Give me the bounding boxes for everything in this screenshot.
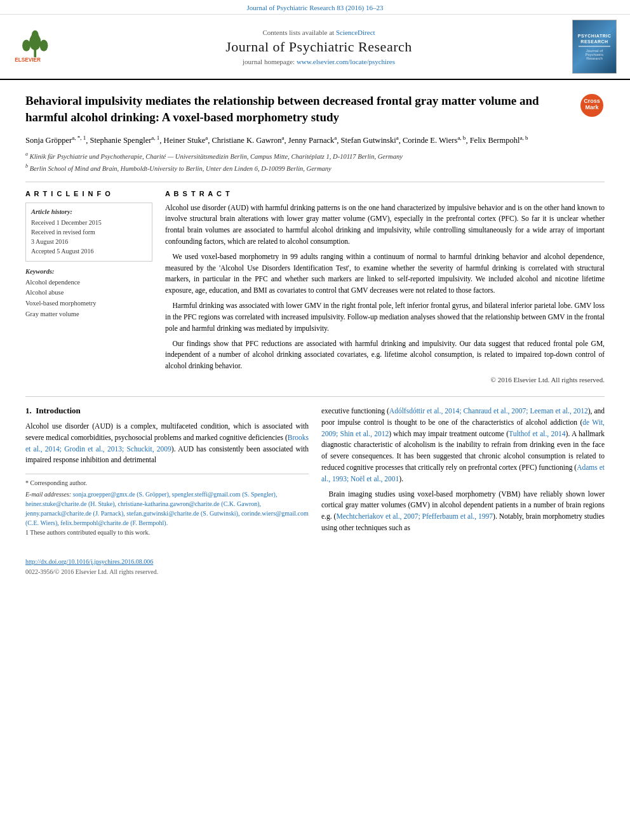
abstract-col: A B S T R A C T Alcohol use disorder (AU… xyxy=(165,190,605,383)
intro-p1: executive functioning (Adólfsdóttir et a… xyxy=(321,406,605,485)
abstract-label: A B S T R A C T xyxy=(165,190,605,197)
divider-1 xyxy=(25,182,605,182)
footnotes-area: * Corresponding author. E-mail addresses… xyxy=(25,474,309,537)
history-item-2: 3 August 2016 xyxy=(31,237,147,246)
history-item-3: Accepted 5 August 2016 xyxy=(31,246,147,256)
equal-contribution-note: 1 These authors contributed equally to t… xyxy=(25,528,309,537)
keyword-2: Voxel-based morphometry xyxy=(25,298,152,309)
keyword-0: Alcohol dependence xyxy=(25,277,152,288)
issn-line: 0022-3956/© 2016 Elsevier Ltd. All right… xyxy=(25,568,158,575)
copyright-line: © 2016 Elsevier Ltd. All rights reserved… xyxy=(165,376,605,383)
header-area: ELSEVIER Contents lists available at Sci… xyxy=(0,15,630,80)
keyword-1: Alcohol abuse xyxy=(25,288,152,298)
email-label: E-mail addresses: xyxy=(25,491,71,498)
affiliation-a: a Klinik für Psychiatrie und Psychothera… xyxy=(25,150,605,161)
abstract-p1: We used voxel-based morphometry in 99 ad… xyxy=(165,251,605,297)
history-item-1: Received in revised form xyxy=(31,227,147,237)
page-wrapper: Journal of Psychiatric Research 83 (2016… xyxy=(0,0,630,840)
journal-title-main: Journal of Psychiatric Research xyxy=(225,39,412,55)
affiliation-b: b Berlin School of Mind and Brain, Humbo… xyxy=(25,163,605,173)
ref-brooks[interactable]: Brooks et al., 2014; Grodin et al., 2013… xyxy=(25,434,309,453)
header-left: ELSEVIER xyxy=(5,20,69,74)
intro-p2: Brain imaging studies using voxel-based … xyxy=(321,489,605,534)
corresponding-author-note: * Corresponding author. xyxy=(25,478,309,488)
history-item-0: Received 1 December 2015 xyxy=(31,218,147,227)
keyword-3: Gray matter volume xyxy=(25,309,152,320)
science-direct-link[interactable]: ScienceDirect xyxy=(336,29,375,36)
elsevier-logo-icon: ELSEVIER xyxy=(11,29,62,64)
section-1-heading: 1. Introduction xyxy=(25,406,309,416)
header-center: Contents lists available at ScienceDirec… xyxy=(69,20,569,74)
svg-text:Mark: Mark xyxy=(585,104,599,110)
bottom-section: 1. Introduction Alcohol use disorder (AU… xyxy=(25,396,605,539)
crossmark-area: Cross Mark xyxy=(579,93,605,121)
intro-p0: Alcohol use disorder (AUD) is a complex,… xyxy=(25,421,309,466)
homepage-link[interactable]: www.elsevier.com/locate/psychires xyxy=(297,58,395,65)
ref-adams[interactable]: Adams et al., 1993; Noël et al., 2001 xyxy=(321,463,605,483)
article-info-label: A R T I C L E I N F O xyxy=(25,190,152,197)
article-history-box: Article history: Received 1 December 201… xyxy=(25,203,152,262)
keywords-title: Keywords: xyxy=(25,268,152,275)
svg-point-3 xyxy=(40,40,48,51)
svg-text:ELSEVIER: ELSEVIER xyxy=(15,57,41,63)
abstract-p0: Alcohol use disorder (AUD) with harmful … xyxy=(165,203,605,248)
article-info-col: A R T I C L E I N F O Article history: R… xyxy=(25,190,152,383)
journal-thumbnail: psychiatric research Journal of Psychiat… xyxy=(572,20,617,74)
svg-point-4 xyxy=(32,30,39,40)
email-footnote: E-mail addresses: sonja.groepper@gmx.de … xyxy=(25,490,309,528)
svg-text:Cross: Cross xyxy=(584,98,600,104)
keywords-section: Keywords: Alcohol dependence Alcohol abu… xyxy=(25,268,152,320)
contents-available-text: Contents lists available at ScienceDirec… xyxy=(262,29,375,36)
doi-link[interactable]: http://dx.doi.org/10.1016/j.jpsychires.2… xyxy=(25,558,605,565)
body-col-left: 1. Introduction Alcohol use disorder (AU… xyxy=(25,406,309,539)
ref-mechtch[interactable]: Mechtcheriakov et al., 2007; Pfefferbaum… xyxy=(336,512,493,520)
main-content: Behavioral impulsivity mediates the rela… xyxy=(0,80,630,552)
authors-line: Sonja Gröppera, *, 1, Stephanie Spengler… xyxy=(25,134,605,147)
body-text-right: executive functioning (Adólfsdóttir et a… xyxy=(321,406,605,534)
journal-homepage: journal homepage: www.elsevier.com/locat… xyxy=(243,58,395,65)
abstract-p3: Our findings show that PFC reductions ar… xyxy=(165,338,605,372)
journal-ref-bar: Journal of Psychiatric Research 83 (2016… xyxy=(0,0,630,15)
ref-adolfs[interactable]: Adólfsdóttir et al., 2014; Chanraud et a… xyxy=(389,407,588,415)
abstract-p2: Harmful drinking was associated with low… xyxy=(165,300,605,334)
body-two-col: 1. Introduction Alcohol use disorder (AU… xyxy=(25,406,605,539)
info-abstract-cols: A R T I C L E I N F O Article history: R… xyxy=(25,190,605,383)
ref-tulthof[interactable]: Tulthof et al., 2014 xyxy=(509,430,566,437)
svg-point-2 xyxy=(22,40,30,51)
body-text-left: Alcohol use disorder (AUD) is a complex,… xyxy=(25,421,309,466)
bottom-bar: http://dx.doi.org/10.1016/j.jpsychires.2… xyxy=(0,558,630,577)
header-right: psychiatric research Journal of Psychiat… xyxy=(569,20,620,74)
article-title-section: Behavioral impulsivity mediates the rela… xyxy=(25,93,605,125)
crossmark-icon: Cross Mark xyxy=(579,93,605,118)
article-title: Behavioral impulsivity mediates the rela… xyxy=(25,93,579,125)
history-title: Article history: xyxy=(31,208,147,215)
journal-ref-text: Journal of Psychiatric Research 83 (2016… xyxy=(246,4,383,11)
abstract-text: Alcohol use disorder (AUD) with harmful … xyxy=(165,203,605,372)
body-col-right: executive functioning (Adólfsdóttir et a… xyxy=(321,406,605,539)
